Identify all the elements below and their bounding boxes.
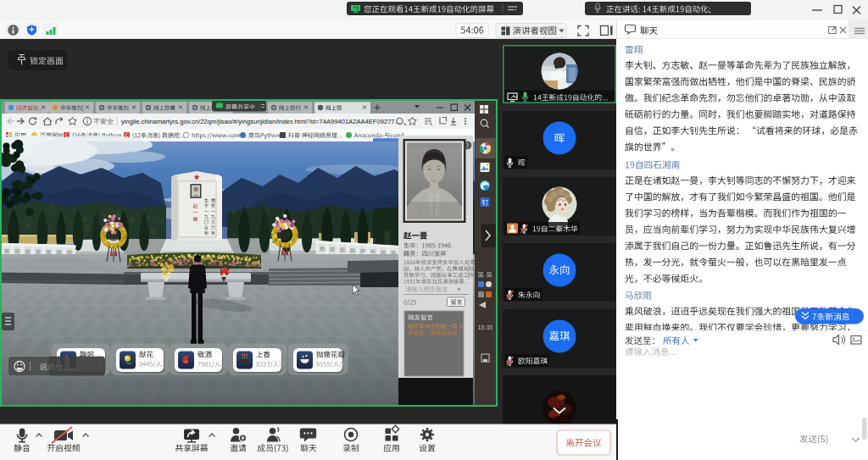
svg-text:yinglie.chinamartyrs.gov.cn/22: yinglie.chinamartyrs.gov.cn/22qm/jisao/#… bbox=[121, 118, 400, 125]
